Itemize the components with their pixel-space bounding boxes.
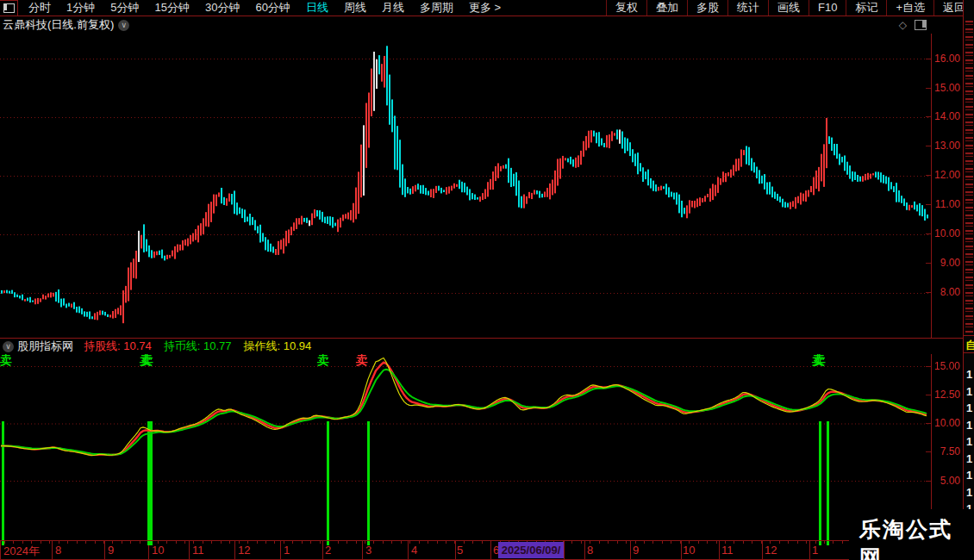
sidebar-list-item[interactable]: 1	[966, 419, 972, 432]
sidebar-tab-custom[interactable]: 自	[965, 338, 974, 353]
toolbar-action-button[interactable]: 画线	[768, 0, 809, 16]
selected-date-label[interactable]: 2025/06/09/一	[498, 542, 564, 558]
axis-tick	[472, 541, 473, 544]
month-separator	[280, 541, 281, 559]
month-separator	[809, 541, 810, 559]
axis-tick	[806, 541, 807, 544]
axis-tick	[176, 541, 177, 544]
axis-tick	[211, 541, 212, 544]
toolbar-action-button[interactable]: 统计	[727, 0, 768, 16]
time-axis[interactable]: 2024年891011121234568910111212025/06/09/一	[0, 540, 963, 560]
axis-tick	[265, 541, 266, 544]
axis-tick	[347, 541, 347, 544]
month-label: 8	[55, 544, 61, 557]
sidebar-list-item[interactable]: 1	[966, 452, 972, 465]
axis-tick	[302, 541, 303, 544]
month-label: 3	[365, 544, 371, 557]
toolbar-action-button[interactable]: +自选	[886, 0, 933, 16]
period-tab[interactable]: 5分钟	[103, 0, 147, 16]
right-sidebar-vertical-tabs[interactable]	[965, 21, 973, 333]
period-tab[interactable]: 15分钟	[147, 0, 197, 16]
panel-layout-button[interactable]	[0, 0, 18, 16]
month-separator	[455, 541, 456, 559]
period-tab[interactable]: 60分钟	[247, 0, 297, 16]
price-axis-label: 16.00	[933, 53, 960, 65]
axis-tick	[752, 541, 752, 544]
month-label: 12	[238, 544, 250, 557]
axis-tick	[446, 541, 446, 544]
indicator-axis-label: 10.00	[933, 417, 960, 429]
candlestick-chart[interactable]	[0, 34, 931, 338]
axis-tick	[644, 541, 645, 544]
month-separator	[234, 541, 235, 559]
month-label: 9	[633, 544, 639, 557]
axis-tick	[95, 541, 96, 544]
axis-tick	[797, 541, 798, 544]
axis-tick	[581, 541, 582, 544]
toolbar-action-button[interactable]: 叠加	[646, 0, 687, 16]
period-tab[interactable]: 分时	[21, 0, 59, 16]
axis-tick	[716, 541, 717, 544]
period-tab[interactable]: 日线	[298, 0, 336, 16]
month-label: 2024年	[3, 544, 40, 559]
axis-tick	[221, 541, 222, 544]
indicator-chart[interactable]	[0, 354, 931, 540]
signal-bar-nub	[827, 541, 829, 545]
axis-tick	[356, 541, 357, 544]
sidebar-list-item[interactable]: 1	[966, 435, 972, 448]
main-chart-panel	[0, 34, 932, 338]
period-tab[interactable]: 月线	[374, 0, 412, 16]
toolbar-action-button[interactable]: 多股	[687, 0, 727, 16]
month-label: 1	[812, 544, 818, 557]
axis-tick	[310, 541, 311, 544]
signal-bar-nub	[367, 541, 370, 545]
sidebar-list-item[interactable]: 1	[966, 469, 972, 482]
indicator-header: ∨ 股朋指标网 持股线: 10.74持币线: 10.77操作线: 10.94	[0, 339, 323, 353]
axis-tick	[274, 541, 275, 544]
period-tab[interactable]: 多周期	[412, 0, 461, 16]
sell-signal-label: 卖	[356, 354, 368, 367]
signal-bar-nub	[819, 541, 821, 545]
diamond-icon[interactable]: ◇	[899, 19, 907, 31]
axis-tick	[617, 541, 618, 544]
month-separator	[564, 541, 565, 559]
sidebar-list-item[interactable]: 1	[966, 486, 972, 499]
axis-tick	[373, 541, 374, 544]
watermark: 乐淘公式网 www.60lt.com	[849, 509, 974, 560]
app-window: 分时1分钟5分钟15分钟30分钟60分钟日线周线月线多周期更多 > 复权叠加多股…	[0, 0, 974, 560]
month-separator	[762, 541, 763, 559]
top-toolbar: 分时1分钟5分钟15分钟30分钟60分钟日线周线月线多周期更多 > 复权叠加多股…	[0, 0, 974, 16]
right-sidebar-strip: 自 111111111	[964, 0, 974, 560]
toolbar-action-button[interactable]: 标记	[846, 0, 886, 16]
signal-bar-nub	[327, 541, 329, 545]
month-separator	[719, 541, 720, 559]
axis-tick	[77, 541, 78, 544]
month-label: 8	[587, 544, 593, 557]
sidebar-list-item[interactable]: 1	[966, 368, 972, 381]
axis-tick	[662, 541, 663, 544]
sell-signal-label: 卖	[812, 354, 824, 367]
month-separator	[681, 541, 682, 559]
indicator-axis-label: 5.00	[933, 475, 960, 487]
period-tab[interactable]: 1分钟	[59, 0, 103, 16]
axis-tick	[130, 541, 131, 544]
period-tab[interactable]: 更多 >	[461, 0, 509, 16]
month-label: 2	[325, 544, 331, 557]
period-tab[interactable]: 30分钟	[197, 0, 247, 16]
month-label: 11	[721, 544, 734, 557]
sidebar-list-item[interactable]: 1	[966, 401, 972, 414]
sidebar-list-item[interactable]: 1	[966, 385, 972, 398]
signal-bar-nub	[147, 541, 153, 545]
price-axis-label: 12.00	[933, 169, 960, 181]
axis-tick	[482, 541, 483, 544]
indicator-collapse-icon[interactable]: ∨	[3, 341, 14, 352]
axis-tick	[734, 541, 734, 544]
title-dropdown-icon[interactable]: ∨	[118, 20, 129, 31]
axis-tick	[824, 541, 825, 544]
axis-tick	[419, 541, 420, 544]
toolbar-action-button[interactable]: 复权	[606, 0, 646, 16]
layout-toggle-icon[interactable]	[915, 20, 927, 30]
period-tab[interactable]: 周线	[336, 0, 374, 16]
toolbar-action-button[interactable]: F10	[809, 0, 846, 16]
sell-signal-label: 卖	[317, 354, 329, 367]
